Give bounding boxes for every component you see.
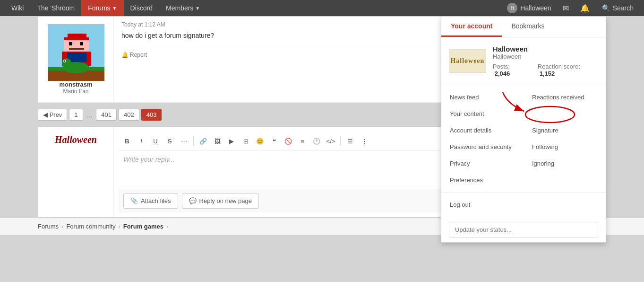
dropdown-news-feed[interactable]: News feed <box>441 89 524 106</box>
media-button[interactable]: ▶ <box>225 134 238 148</box>
post-user-sidebar: monstrasm Mario Fan <box>38 17 114 102</box>
dropdown-tabs: Your account Bookmarks <box>441 17 606 37</box>
dropdown-signature[interactable]: Signature <box>524 122 606 139</box>
nav-discord[interactable]: Discord <box>124 0 159 16</box>
dropdown-your-content[interactable]: Your content <box>441 106 524 122</box>
breadcrumb-forum-community[interactable]: Forum community <box>66 223 115 230</box>
underline-button[interactable]: U <box>149 134 162 148</box>
dropdown-profile: Halloween Halloween Halloween Posts: 2,0… <box>441 37 606 85</box>
dropdown-empty-2 <box>524 172 606 188</box>
dropdown-logout-section: Log out <box>441 193 606 217</box>
profile-avatar[interactable]: Halloween <box>449 49 486 73</box>
dropdown-password-security[interactable]: Password and security <box>441 139 524 155</box>
image-button[interactable]: 🖼 <box>211 134 224 148</box>
dropdown-tab-account[interactable]: Your account <box>441 17 502 37</box>
nav-wiki[interactable]: Wiki <box>5 0 30 16</box>
more-options-button[interactable]: ⋯ <box>177 134 190 148</box>
svg-rect-8 <box>69 48 84 50</box>
report-button[interactable]: 🔔 Report <box>121 52 147 58</box>
toolbar-separator-1 <box>193 136 194 146</box>
profile-display-name: Halloween <box>493 45 598 53</box>
post-user-title: Mario Fan <box>63 88 88 95</box>
dropdown-preferences[interactable]: Preferences <box>441 172 524 188</box>
dropdown-privacy[interactable]: Privacy <box>441 155 524 172</box>
svg-rect-6 <box>69 42 72 45</box>
breadcrumb-forums[interactable]: Forums <box>38 223 59 230</box>
strikethrough-button[interactable]: S <box>163 134 176 148</box>
post-username: monstrasm <box>59 81 92 88</box>
search-icon: 🔍 <box>602 4 610 12</box>
breadcrumb-sep-2: › <box>118 223 120 230</box>
page-1-button[interactable]: 1 <box>69 109 83 121</box>
breadcrumb-sep-3: › <box>166 223 168 230</box>
user-account-dropdown: Your account Bookmarks Halloween Hallowe… <box>441 16 606 235</box>
paperclip-icon: 📎 <box>130 197 138 204</box>
svg-rect-4 <box>64 37 89 40</box>
profile-info: Halloween Halloween Posts: 2,046 Reactio… <box>493 45 598 77</box>
dropdown-menu-grid: News feed Reactions received Your conten… <box>441 85 606 193</box>
page-401-button[interactable]: 401 <box>96 109 117 121</box>
dropdown-account-details[interactable]: Account details <box>441 122 524 139</box>
nav-right-area: H Halloween ✉ 🔔 🔍 Search <box>502 0 639 16</box>
reply-user-sidebar: Halloween <box>38 127 114 217</box>
dropdown-tab-bookmarks[interactable]: Bookmarks <box>502 17 554 37</box>
clock-button[interactable]: 🕐 <box>310 134 323 148</box>
editor-placeholder: Write your reply... <box>123 156 175 163</box>
italic-button[interactable]: I <box>135 134 148 148</box>
attach-files-button[interactable]: 📎 Attach files <box>123 193 178 209</box>
user-avatar-small: H <box>507 3 517 13</box>
quote-button[interactable]: ❝ <box>267 134 281 148</box>
page-402-button[interactable]: 402 <box>119 109 139 121</box>
align-button[interactable]: ☰ <box>343 134 357 148</box>
message-icon: 💬 <box>189 197 197 204</box>
prev-arrow-icon: ◀ <box>43 111 48 118</box>
dropdown-following[interactable]: Following <box>524 139 606 155</box>
svg-rect-3 <box>68 34 86 37</box>
top-navigation: Wiki The 'Shroom Forums ▼ Discord Member… <box>0 0 644 16</box>
nav-members[interactable]: Members ▼ <box>159 0 206 16</box>
spoiler-button[interactable]: 🚫 <box>282 134 295 148</box>
messages-icon[interactable]: ✉ <box>558 0 574 16</box>
profile-username: Halloween <box>493 53 598 60</box>
reply-username: Halloween <box>55 134 97 145</box>
username-nav: Halloween <box>520 4 551 12</box>
avatar-svg <box>48 24 104 81</box>
svg-rect-7 <box>80 42 83 45</box>
nav-forums[interactable]: Forums ▼ <box>81 0 123 16</box>
breadcrumb-sep-1: › <box>61 223 63 230</box>
list-button[interactable]: ≡ <box>296 134 309 148</box>
reply-on-new-page-button[interactable]: 💬 Reply on new page <box>182 193 259 209</box>
breadcrumb-forum-games[interactable]: Forum games <box>123 223 163 230</box>
table-button[interactable]: ⊞ <box>239 134 252 148</box>
page-403-button[interactable]: 403 <box>141 109 162 121</box>
search-label: Search <box>613 4 634 12</box>
svg-point-12 <box>62 58 71 68</box>
emoji-button[interactable]: 😊 <box>253 134 266 148</box>
search-button[interactable]: 🔍 Search <box>596 0 639 16</box>
notifications-icon[interactable]: 🔔 <box>575 0 594 16</box>
code-button[interactable]: </> <box>324 134 337 148</box>
pagination-dots: ... <box>85 111 94 119</box>
members-dropdown-arrow: ▼ <box>195 6 200 11</box>
more-options2-button[interactable]: ⋮ <box>358 134 371 148</box>
link-button[interactable]: 🔗 <box>197 134 210 148</box>
posts-stat: Posts: 2,046 <box>493 63 528 77</box>
dropdown-menu-section: News feed Reactions received Your conten… <box>441 85 606 193</box>
dropdown-status-section <box>441 217 606 235</box>
reaction-stat: Reaction score: 1,152 <box>538 63 598 77</box>
status-input[interactable] <box>449 222 598 235</box>
prev-page-button[interactable]: ◀ Prev <box>38 109 67 121</box>
nav-shroom[interactable]: The 'Shroom <box>30 0 81 16</box>
toolbar-separator-2 <box>340 136 341 146</box>
post-timestamp: Today at 1:12 AM <box>121 21 165 28</box>
profile-stats: Posts: 2,046 Reaction score: 1,152 <box>493 63 598 77</box>
user-avatar <box>48 24 104 81</box>
dropdown-reactions-received[interactable]: Reactions received <box>524 89 606 106</box>
dropdown-empty-1 <box>524 106 606 122</box>
user-menu-button[interactable]: H Halloween <box>502 0 556 16</box>
forums-dropdown-arrow: ▼ <box>112 6 117 11</box>
report-icon: 🔔 <box>121 52 129 58</box>
bold-button[interactable]: B <box>120 134 134 148</box>
dropdown-logout[interactable]: Log out <box>441 196 606 213</box>
dropdown-ignoring[interactable]: Ignoring <box>524 155 606 172</box>
